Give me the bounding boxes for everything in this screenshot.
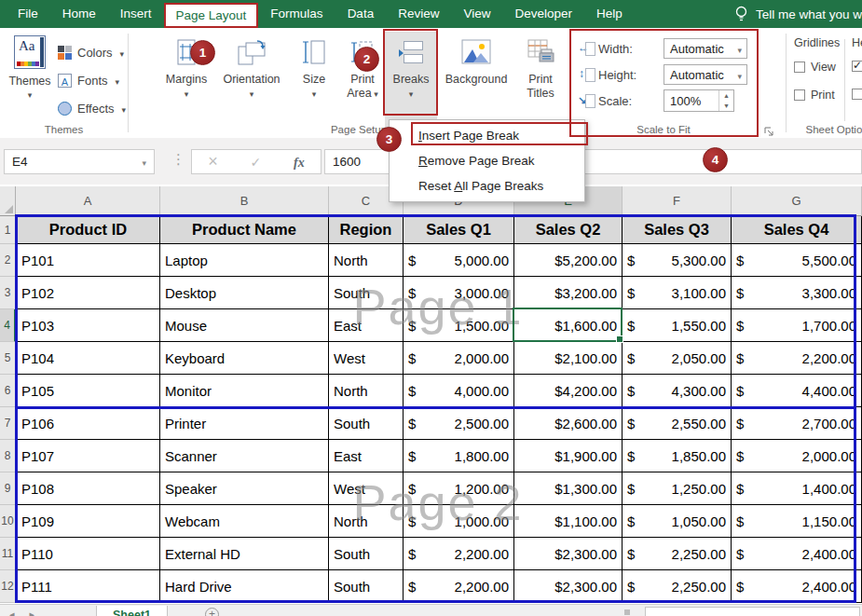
cell[interactable]: North [329, 375, 404, 407]
drag-handle-icon[interactable] [171, 151, 185, 168]
column-header-g[interactable]: G [732, 186, 862, 216]
cell[interactable]: $3,100.00 [623, 277, 732, 309]
cell[interactable]: $5,000.00 [404, 244, 514, 277]
themes-button[interactable]: Themes [6, 34, 54, 130]
cell[interactable]: $2,300.00 [514, 570, 623, 603]
menu-item-reset-all-page-breaks[interactable]: Reset All Page Breaks [390, 173, 584, 198]
cell[interactable]: $2,200.00 [404, 570, 514, 603]
cell[interactable]: North [329, 244, 404, 277]
row-header-5[interactable]: 5 [0, 342, 16, 375]
tab-insert[interactable]: Insert [108, 0, 164, 28]
row-header-6[interactable]: 6 [0, 375, 16, 407]
cell[interactable]: South [329, 277, 404, 309]
cell[interactable]: Monitor [160, 375, 329, 407]
new-sheet-button[interactable] [205, 608, 219, 616]
cell[interactable]: $1,300.00 [514, 472, 623, 505]
cell[interactable]: West [329, 472, 404, 505]
cell[interactable]: $2,500.00 [404, 407, 514, 440]
prev-sheet-icon[interactable] [9, 609, 15, 616]
cell[interactable]: $2,700.00 [732, 407, 862, 440]
print-titles-button[interactable]: Print Titles [514, 32, 567, 129]
column-header-b[interactable]: B [160, 186, 329, 216]
cell[interactable]: $1,400.00 [732, 472, 862, 505]
cell[interactable]: P108 [16, 472, 160, 505]
cell[interactable]: $2,250.00 [623, 538, 732, 570]
row-header-1[interactable]: 1 [0, 216, 16, 244]
splitter-handle[interactable] [624, 609, 630, 615]
cell[interactable]: Printer [160, 407, 329, 440]
cell[interactable]: Product Name [160, 216, 329, 244]
spin-down-icon[interactable]: ▼ [719, 101, 733, 111]
tab-help[interactable]: Help [584, 0, 635, 28]
select-all-button[interactable] [0, 186, 16, 216]
cell[interactable]: $2,550.00 [623, 407, 732, 440]
scale-spinner[interactable]: 100% ▲▼ [664, 89, 734, 112]
tab-review[interactable]: Review [386, 0, 451, 28]
cell[interactable]: Sales Q1 [404, 216, 514, 244]
row-header-4[interactable]: 4 [0, 309, 16, 342]
cell[interactable]: Mouse [160, 309, 329, 342]
cell[interactable]: Product ID [16, 216, 160, 244]
cell[interactable]: $1,100.00 [514, 505, 623, 538]
effects-button[interactable]: Effects [58, 97, 126, 119]
cell[interactable]: Laptop [160, 244, 329, 277]
fonts-button[interactable]: Fonts [58, 69, 119, 91]
cell[interactable]: $1,150.00 [732, 505, 862, 538]
row-header-12[interactable]: 12 [0, 570, 16, 603]
tab-home[interactable]: Home [50, 0, 108, 28]
cell[interactable]: $1,500.00 [404, 309, 514, 342]
cell[interactable]: $5,500.00 [732, 244, 862, 277]
cell[interactable]: Speaker [160, 472, 329, 505]
cell[interactable]: $1,900.00 [514, 440, 623, 472]
sheet-tab-sheet1[interactable]: Sheet1 [96, 606, 168, 616]
cell[interactable]: P105 [16, 375, 160, 407]
orientation-button[interactable]: Orientation [216, 32, 287, 129]
column-header-f[interactable]: F [623, 186, 732, 216]
cell[interactable]: North [329, 505, 404, 538]
insert-function-icon[interactable] [294, 154, 305, 171]
horizontal-scrollbar[interactable] [645, 607, 860, 616]
cell[interactable]: P109 [16, 505, 160, 538]
cell[interactable]: $1,850.00 [623, 440, 732, 472]
row-header-2[interactable]: 2 [0, 244, 16, 277]
cell[interactable]: $5,300.00 [623, 244, 732, 277]
cell[interactable]: $2,400.00 [732, 570, 862, 603]
spin-up-icon[interactable]: ▲ [719, 90, 733, 101]
row-header-10[interactable]: 10 [0, 505, 16, 538]
row-header-3[interactable]: 3 [0, 277, 16, 309]
cell[interactable]: $4,200.00 [514, 375, 623, 407]
tab-view[interactable]: View [451, 0, 502, 28]
tab-developer[interactable]: Developer [502, 0, 584, 28]
background-button[interactable]: Background [442, 32, 511, 129]
cell[interactable]: $2,000.00 [404, 342, 514, 375]
headings-print-checkbox[interactable] [852, 89, 862, 100]
menu-item-insert-page-break[interactable]: Insert Page Break [390, 123, 584, 148]
cell[interactable]: $2,200.00 [732, 342, 862, 375]
cell[interactable]: $3,300.00 [732, 277, 862, 309]
cell[interactable]: Keyboard [160, 342, 329, 375]
dialog-launcher-icon[interactable] [764, 124, 774, 134]
cancel-icon[interactable] [208, 154, 218, 170]
column-header-a[interactable]: A [16, 186, 160, 216]
cell[interactable]: $1,000.00 [404, 505, 514, 538]
cell[interactable]: External HD [160, 538, 329, 570]
cell[interactable]: $4,300.00 [623, 375, 732, 407]
cell[interactable]: Sales Q4 [732, 216, 862, 244]
next-sheet-icon[interactable] [30, 609, 35, 616]
cell[interactable]: West [329, 342, 404, 375]
tell-me-search[interactable]: Tell me what you w [725, 6, 862, 22]
cell[interactable]: Region [329, 216, 404, 244]
name-box[interactable]: E4 [4, 149, 155, 174]
cell[interactable]: Sales Q3 [623, 216, 732, 244]
menu-item-remove-page-break[interactable]: Remove Page Break [390, 148, 584, 173]
tab-page-layout[interactable]: Page Layout [164, 3, 259, 28]
cell[interactable]: $2,250.00 [623, 570, 732, 603]
cell[interactable]: $4,000.00 [404, 375, 514, 407]
cell[interactable]: $3,000.00 [404, 277, 514, 309]
cell[interactable]: South [329, 407, 404, 440]
cell[interactable]: P111 [16, 570, 160, 603]
cell[interactable]: Scanner [160, 440, 329, 472]
row-header-9[interactable]: 9 [0, 472, 16, 505]
cell[interactable]: P102 [16, 277, 160, 309]
tab-formulas[interactable]: Formulas [258, 0, 335, 28]
